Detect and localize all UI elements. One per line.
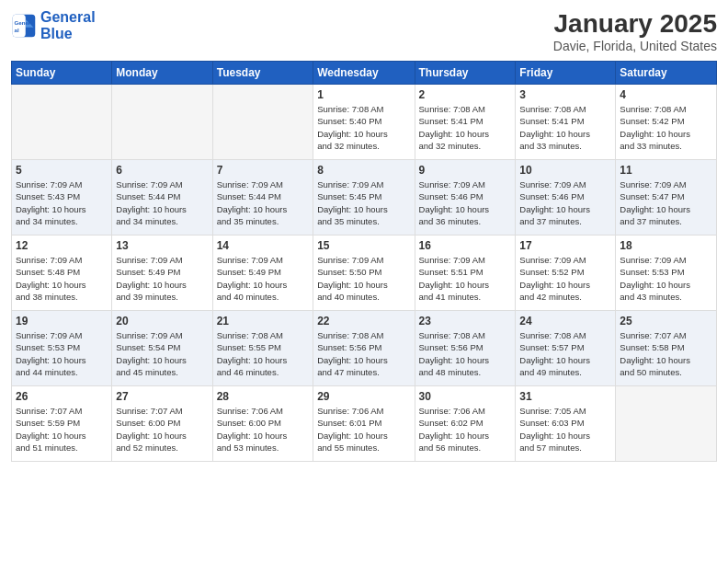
day-number: 14 — [217, 239, 310, 252]
svg-text:Gener: Gener — [15, 19, 31, 26]
calendar-week-3: 12Sunrise: 7:09 AM Sunset: 5:48 PM Dayli… — [12, 236, 717, 311]
day-info: Sunrise: 7:07 AM Sunset: 6:00 PM Dayligh… — [116, 405, 208, 454]
day-number: 7 — [217, 164, 310, 177]
calendar-week-2: 5Sunrise: 7:09 AM Sunset: 5:43 PM Daylig… — [12, 160, 717, 236]
calendar-cell: 9Sunrise: 7:09 AM Sunset: 5:46 PM Daylig… — [415, 160, 516, 236]
calendar-table: Sunday Monday Tuesday Wednesday Thursday… — [11, 61, 717, 462]
day-info: Sunrise: 7:08 AM Sunset: 5:42 PM Dayligh… — [620, 103, 712, 152]
day-number: 8 — [317, 164, 410, 177]
col-sunday: Sunday — [12, 62, 112, 85]
day-info: Sunrise: 7:09 AM Sunset: 5:53 PM Dayligh… — [16, 329, 108, 378]
day-number: 28 — [217, 390, 310, 403]
day-info: Sunrise: 7:09 AM Sunset: 5:50 PM Dayligh… — [317, 254, 410, 303]
svg-text:al: al — [15, 27, 19, 33]
calendar-cell: 27Sunrise: 7:07 AM Sunset: 6:00 PM Dayli… — [112, 386, 212, 462]
day-number: 16 — [419, 239, 512, 252]
day-info: Sunrise: 7:09 AM Sunset: 5:46 PM Dayligh… — [519, 178, 611, 227]
page-container: Gener al General Blue January 2025 Davie… — [0, 0, 728, 469]
day-info: Sunrise: 7:08 AM Sunset: 5:57 PM Dayligh… — [519, 329, 611, 378]
day-number: 29 — [317, 390, 410, 403]
day-info: Sunrise: 7:08 AM Sunset: 5:55 PM Dayligh… — [217, 329, 310, 378]
day-info: Sunrise: 7:07 AM Sunset: 5:58 PM Dayligh… — [620, 329, 712, 378]
col-monday: Monday — [112, 62, 212, 85]
day-number: 23 — [419, 315, 512, 327]
calendar-week-4: 19Sunrise: 7:09 AM Sunset: 5:53 PM Dayli… — [12, 311, 717, 386]
day-number: 2 — [419, 88, 512, 101]
month-title: January 2025 — [553, 9, 717, 39]
calendar-cell: 28Sunrise: 7:06 AM Sunset: 6:00 PM Dayli… — [212, 386, 313, 462]
calendar-cell: 10Sunrise: 7:09 AM Sunset: 5:46 PM Dayli… — [516, 160, 616, 236]
calendar-cell: 8Sunrise: 7:09 AM Sunset: 5:45 PM Daylig… — [313, 160, 415, 236]
calendar-cell — [12, 85, 112, 160]
day-info: Sunrise: 7:09 AM Sunset: 5:48 PM Dayligh… — [16, 254, 108, 303]
header: Gener al General Blue January 2025 Davie… — [11, 9, 717, 53]
day-number: 25 — [620, 315, 712, 327]
day-info: Sunrise: 7:09 AM Sunset: 5:43 PM Dayligh… — [16, 178, 108, 227]
day-number: 30 — [419, 390, 512, 403]
calendar-cell: 24Sunrise: 7:08 AM Sunset: 5:57 PM Dayli… — [516, 311, 616, 386]
calendar-cell: 2Sunrise: 7:08 AM Sunset: 5:41 PM Daylig… — [415, 85, 516, 160]
day-number: 17 — [519, 239, 611, 252]
col-thursday: Thursday — [415, 62, 516, 85]
location: Davie, Florida, United States — [553, 39, 717, 53]
day-number: 12 — [16, 239, 108, 252]
day-number: 19 — [16, 315, 108, 327]
calendar-cell: 25Sunrise: 7:07 AM Sunset: 5:58 PM Dayli… — [616, 311, 717, 386]
day-info: Sunrise: 7:05 AM Sunset: 6:03 PM Dayligh… — [519, 405, 611, 454]
calendar-cell: 31Sunrise: 7:05 AM Sunset: 6:03 PM Dayli… — [516, 386, 616, 462]
calendar-cell: 4Sunrise: 7:08 AM Sunset: 5:42 PM Daylig… — [616, 85, 717, 160]
day-number: 6 — [116, 164, 208, 177]
day-info: Sunrise: 7:08 AM Sunset: 5:56 PM Dayligh… — [317, 329, 410, 378]
calendar-cell: 18Sunrise: 7:09 AM Sunset: 5:53 PM Dayli… — [616, 236, 717, 311]
calendar-cell: 29Sunrise: 7:06 AM Sunset: 6:01 PM Dayli… — [313, 386, 415, 462]
logo-icon: Gener al — [11, 13, 37, 39]
day-info: Sunrise: 7:07 AM Sunset: 5:59 PM Dayligh… — [16, 405, 108, 454]
day-number: 3 — [519, 88, 611, 101]
day-info: Sunrise: 7:08 AM Sunset: 5:56 PM Dayligh… — [419, 329, 512, 378]
calendar-cell: 17Sunrise: 7:09 AM Sunset: 5:52 PM Dayli… — [516, 236, 616, 311]
calendar-header-row: Sunday Monday Tuesday Wednesday Thursday… — [12, 62, 717, 85]
day-number: 27 — [116, 390, 208, 403]
calendar-cell: 30Sunrise: 7:06 AM Sunset: 6:02 PM Dayli… — [415, 386, 516, 462]
calendar-cell: 13Sunrise: 7:09 AM Sunset: 5:49 PM Dayli… — [112, 236, 212, 311]
day-info: Sunrise: 7:09 AM Sunset: 5:44 PM Dayligh… — [116, 178, 208, 227]
day-info: Sunrise: 7:08 AM Sunset: 5:40 PM Dayligh… — [317, 103, 410, 152]
calendar-cell: 12Sunrise: 7:09 AM Sunset: 5:48 PM Dayli… — [12, 236, 112, 311]
calendar-cell: 15Sunrise: 7:09 AM Sunset: 5:50 PM Dayli… — [313, 236, 415, 311]
calendar-cell — [112, 85, 212, 160]
day-info: Sunrise: 7:06 AM Sunset: 6:02 PM Dayligh… — [419, 405, 512, 454]
day-number: 4 — [620, 88, 712, 101]
calendar-cell: 26Sunrise: 7:07 AM Sunset: 5:59 PM Dayli… — [12, 386, 112, 462]
calendar-week-1: 1Sunrise: 7:08 AM Sunset: 5:40 PM Daylig… — [12, 85, 717, 160]
col-tuesday: Tuesday — [212, 62, 313, 85]
day-info: Sunrise: 7:08 AM Sunset: 5:41 PM Dayligh… — [519, 103, 611, 152]
day-info: Sunrise: 7:08 AM Sunset: 5:41 PM Dayligh… — [419, 103, 512, 152]
logo-text: General Blue — [40, 9, 96, 41]
day-info: Sunrise: 7:06 AM Sunset: 6:01 PM Dayligh… — [317, 405, 410, 454]
calendar-week-5: 26Sunrise: 7:07 AM Sunset: 5:59 PM Dayli… — [12, 386, 717, 462]
calendar-cell: 7Sunrise: 7:09 AM Sunset: 5:44 PM Daylig… — [212, 160, 313, 236]
day-number: 15 — [317, 239, 410, 252]
calendar-cell: 3Sunrise: 7:08 AM Sunset: 5:41 PM Daylig… — [516, 85, 616, 160]
calendar-cell: 21Sunrise: 7:08 AM Sunset: 5:55 PM Dayli… — [212, 311, 313, 386]
day-info: Sunrise: 7:09 AM Sunset: 5:53 PM Dayligh… — [620, 254, 712, 303]
col-friday: Friday — [516, 62, 616, 85]
logo: Gener al General Blue — [11, 9, 96, 41]
day-number: 9 — [419, 164, 512, 177]
day-number: 26 — [16, 390, 108, 403]
day-number: 11 — [620, 164, 712, 177]
day-number: 1 — [317, 88, 410, 101]
col-saturday: Saturday — [616, 62, 717, 85]
day-number: 5 — [16, 164, 108, 177]
day-info: Sunrise: 7:09 AM Sunset: 5:46 PM Dayligh… — [419, 178, 512, 227]
calendar-cell — [212, 85, 313, 160]
day-info: Sunrise: 7:06 AM Sunset: 6:00 PM Dayligh… — [217, 405, 310, 454]
calendar-cell: 1Sunrise: 7:08 AM Sunset: 5:40 PM Daylig… — [313, 85, 415, 160]
calendar-cell: 22Sunrise: 7:08 AM Sunset: 5:56 PM Dayli… — [313, 311, 415, 386]
day-number: 31 — [519, 390, 611, 403]
day-number: 21 — [217, 315, 310, 327]
day-number: 13 — [116, 239, 208, 252]
day-info: Sunrise: 7:09 AM Sunset: 5:51 PM Dayligh… — [419, 254, 512, 303]
calendar-cell: 6Sunrise: 7:09 AM Sunset: 5:44 PM Daylig… — [112, 160, 212, 236]
col-wednesday: Wednesday — [313, 62, 415, 85]
